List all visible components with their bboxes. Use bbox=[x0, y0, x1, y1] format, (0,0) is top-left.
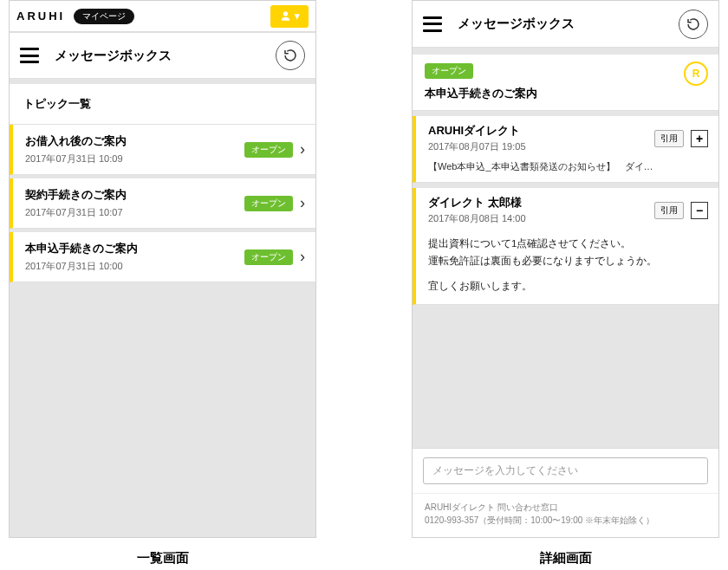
quote-button[interactable]: 引用 bbox=[654, 130, 684, 147]
message-body-line: 提出資料について1点確認させてください。 bbox=[428, 236, 708, 253]
topic-list-item[interactable]: お借入れ後のご案内 2017年07月31日 10:09 オープン › bbox=[10, 125, 315, 175]
message-date: 2017年08月07日 19:05 bbox=[428, 140, 647, 153]
topic-date: 2017年07月31日 10:00 bbox=[25, 260, 244, 273]
header: メッセージボックス bbox=[10, 32, 315, 79]
refresh-icon bbox=[283, 48, 298, 63]
compose-input[interactable]: メッセージを入力してください bbox=[423, 457, 708, 484]
quote-button[interactable]: 引用 bbox=[654, 202, 684, 219]
menu-icon[interactable] bbox=[20, 48, 39, 63]
page-title: メッセージボックス bbox=[55, 48, 260, 64]
menu-icon[interactable] bbox=[423, 16, 442, 32]
message-date: 2017年08月08日 14:00 bbox=[428, 212, 647, 225]
mypage-pill[interactable]: マイページ bbox=[74, 9, 134, 24]
message-body-line: 運転免許証は裏面も必要になりますでしょうか。 bbox=[428, 253, 708, 270]
topic-date: 2017年07月31日 10:07 bbox=[25, 206, 244, 219]
status-badge: オープン bbox=[425, 63, 473, 79]
message-body-line: 宜しくお願いします。 bbox=[428, 278, 708, 295]
refresh-button[interactable] bbox=[276, 41, 305, 70]
message-sender: ダイレクト 太郎様 bbox=[428, 195, 647, 211]
topic-title: 契約手続きのご案内 bbox=[25, 187, 244, 203]
compose-placeholder: メッセージを入力してください bbox=[432, 464, 578, 476]
topic-list-item[interactable]: 契約手続きのご案内 2017年07月31日 10:07 オープン › bbox=[10, 178, 315, 229]
chevron-right-icon: › bbox=[300, 248, 305, 266]
message-body: 提出資料について1点確認させてください。 運転免許証は裏面も必要になりますでしょ… bbox=[428, 236, 708, 295]
thread-badge-icon: R bbox=[684, 62, 708, 86]
topic-list: お借入れ後のご案内 2017年07月31日 10:09 オープン › 契約手続き… bbox=[10, 125, 315, 282]
footer-line: 0120-993-357（受付時間：10:00〜19:00 ※年末年始除く） bbox=[425, 514, 706, 527]
thread-subject: 本申込手続きのご案内 bbox=[425, 86, 706, 101]
chevron-right-icon: › bbox=[300, 194, 305, 212]
message-item-expanded: ダイレクト 太郎様 2017年08月08日 14:00 引用 − 提出資料につい… bbox=[413, 188, 718, 305]
chevron-right-icon: › bbox=[300, 140, 305, 159]
message-preview: 【Web本申込_本申込書類発送のお知らせ】 ダイ… bbox=[428, 160, 708, 173]
thread-header: オープン 本申込手続きのご案内 R bbox=[413, 55, 718, 111]
message-item-collapsed[interactable]: ARUHIダイレクト 2017年08月07日 19:05 引用 + 【Web本申… bbox=[413, 116, 718, 183]
detail-caption: 詳細画面 bbox=[412, 538, 719, 570]
list-screen-surface: ARUHI マイページ ▾ メッセージボックス トピック一覧 お借入れ後のご案内… bbox=[9, 0, 316, 538]
brand-bar: ARUHI マイページ ▾ bbox=[10, 1, 315, 32]
page-title: メッセージボックス bbox=[458, 16, 663, 32]
contact-footer: ARUHIダイレクト 問い合わせ窓口 0120-993-357（受付時間：10:… bbox=[413, 493, 718, 537]
user-icon bbox=[280, 10, 291, 22]
list-screen: ARUHI マイページ ▾ メッセージボックス トピック一覧 お借入れ後のご案内… bbox=[9, 0, 316, 570]
status-badge: オープン bbox=[244, 249, 293, 265]
topic-title: 本申込手続きのご案内 bbox=[25, 241, 244, 256]
header: メッセージボックス bbox=[413, 1, 718, 48]
brand-logo: ARUHI bbox=[16, 10, 65, 23]
message-sender: ARUHIダイレクト bbox=[428, 123, 647, 139]
expand-icon[interactable]: + bbox=[691, 130, 708, 147]
collapse-icon[interactable]: − bbox=[691, 202, 708, 219]
list-caption: 一覧画面 bbox=[9, 538, 316, 570]
detail-screen-surface: メッセージボックス オープン 本申込手続きのご案内 R ARUHIダイレクト 2… bbox=[412, 0, 719, 538]
status-badge: オープン bbox=[244, 142, 293, 158]
refresh-icon bbox=[686, 16, 701, 32]
topic-title: お借入れ後のご案内 bbox=[25, 133, 244, 149]
user-button[interactable]: ▾ bbox=[270, 5, 309, 28]
status-badge: オープン bbox=[244, 196, 293, 211]
topic-list-heading: トピック一覧 bbox=[10, 84, 315, 125]
refresh-button[interactable] bbox=[679, 10, 708, 39]
user-dropdown-caret: ▾ bbox=[295, 10, 300, 22]
topic-list-item[interactable]: 本申込手続きのご案内 2017年07月31日 10:00 オープン › bbox=[10, 232, 315, 282]
footer-line: ARUHIダイレクト 問い合わせ窓口 bbox=[425, 501, 706, 514]
compose-bar: メッセージを入力してください bbox=[413, 448, 718, 493]
detail-screen: メッセージボックス オープン 本申込手続きのご案内 R ARUHIダイレクト 2… bbox=[412, 0, 719, 570]
topic-date: 2017年07月31日 10:09 bbox=[25, 152, 244, 165]
